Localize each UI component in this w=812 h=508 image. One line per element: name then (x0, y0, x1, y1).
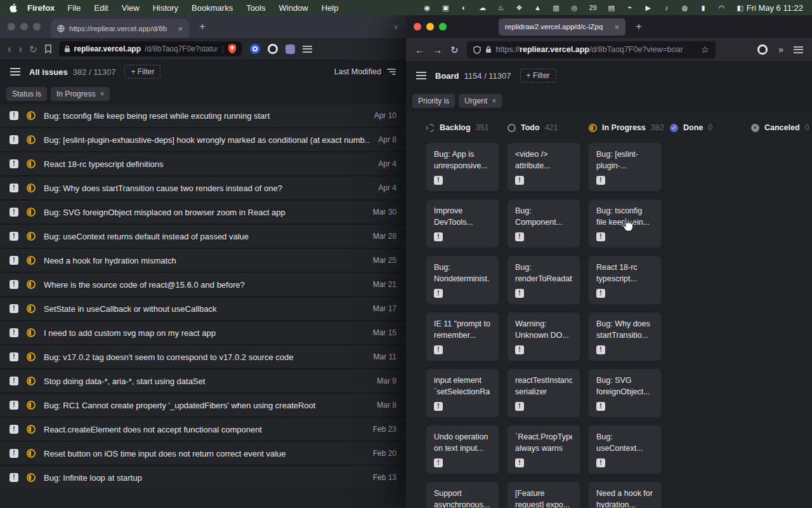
sort-control[interactable]: Last Modified (334, 67, 396, 76)
zoom-window-button[interactable] (33, 23, 41, 30)
remove-filter-icon[interactable]: × (100, 90, 104, 98)
tab-close-icon[interactable]: × (614, 22, 619, 32)
filter-field-chip[interactable]: Status is (6, 87, 47, 101)
back-button[interactable]: ‹ (8, 43, 11, 55)
menubar-menu-item[interactable]: History (153, 3, 178, 13)
issue-card[interactable]: Improve DevTools... ! (426, 199, 499, 248)
filter-value-chip[interactable]: In Progress × (51, 87, 110, 101)
github-extension-icon[interactable] (268, 44, 278, 54)
issue-row[interactable]: ! Reset button on iOS time input does no… (0, 442, 406, 465)
zoom-window-button[interactable] (439, 23, 447, 30)
issue-card[interactable]: Bug: [eslint-plugin-... ! (589, 143, 661, 191)
menubar-status-icon[interactable]: ▤ (608, 4, 615, 12)
menubar-status-icon[interactable]: ☁ (478, 4, 486, 12)
issue-row[interactable]: ! I need to add custom svg map on my rea… (0, 321, 406, 344)
add-filter-button[interactable]: + Filter (124, 65, 160, 79)
minimize-window-button[interactable] (20, 23, 28, 30)
apple-menu-icon[interactable] (9, 3, 17, 13)
issue-row[interactable]: ! Bug: SVG foreignObject misplaced on br… (0, 201, 406, 224)
new-tab-button[interactable]: + (199, 20, 206, 33)
menubar-status-icon[interactable]: ◠ (718, 4, 726, 12)
forward-button[interactable]: › (18, 43, 22, 55)
issue-row[interactable]: ! React 18-rc typescript definitions Apr… (0, 152, 406, 175)
tabs-list-chevron-icon[interactable]: ∨ (393, 23, 398, 31)
filter-field-chip[interactable]: Priority is (412, 94, 455, 108)
issue-row[interactable]: ! Bug: v17.0.2 tag doesn't seem to corre… (0, 345, 406, 368)
menubar-menu-item[interactable]: Tools (246, 3, 265, 13)
issue-card[interactable]: IE 11 "prompt to remember... ! (426, 312, 499, 361)
menubar-status-icon[interactable]: ◓ (626, 4, 634, 11)
new-tab-button[interactable]: + (636, 20, 642, 33)
github-account-icon[interactable] (757, 44, 768, 55)
issue-card[interactable]: `React.PropTypes always warns ab ! (508, 425, 580, 474)
app-menu-icon[interactable] (416, 72, 426, 79)
issue-row[interactable]: ! Where is the source code of react@15.6… (0, 273, 406, 296)
issue-row[interactable]: ! Bug: Why does startTransition cause tw… (0, 177, 406, 199)
menubar-status-icon[interactable]: ◎ (570, 4, 578, 12)
menubar-menu-item[interactable]: File (67, 3, 81, 13)
issue-card[interactable]: Support asynchronous... ! (426, 482, 499, 508)
browser-menu-icon[interactable] (303, 46, 312, 53)
issue-row[interactable]: ! Bug: Infinite loop at startup Feb 13 (0, 466, 406, 489)
menubar-status-icon[interactable]: ▲ (534, 4, 541, 11)
issue-row[interactable]: ! Bug: [eslint-plugin-exhaustive-deps] h… (0, 128, 406, 151)
brave-shield-icon[interactable] (228, 44, 237, 54)
browser-tab[interactable]: replidraw2.vercel.app/d/c-iZpq × (499, 18, 625, 36)
issue-card[interactable]: Warning: Unknown DO... ! (508, 312, 580, 361)
browser-tab[interactable]: https://repliear.vercel.app/d/8b × (51, 19, 189, 38)
issue-card[interactable]: React 18-rc typescript... ! (589, 256, 661, 304)
issue-row[interactable]: ! Bug: tsconfig file keep being reset wh… (0, 104, 406, 127)
reload-button[interactable]: ↻ (450, 45, 459, 55)
issue-row[interactable]: ! SetState in useCallback or without use… (0, 297, 406, 320)
close-window-button[interactable] (414, 23, 421, 30)
address-bar[interactable]: repliear.vercel.app /d/8bTaoq7F0e?status… (59, 41, 242, 57)
menubar-status-icon[interactable]: 29 (589, 4, 596, 11)
issue-card[interactable]: reactTestInstance serializer ! (508, 369, 580, 417)
issue-card[interactable]: Bug: renderToReadab ! (508, 256, 580, 304)
issue-row[interactable]: ! Bug: useContext returns default instea… (0, 225, 406, 248)
issue-card[interactable]: <video /> attribute... ! (508, 143, 580, 191)
issue-row[interactable]: ! React.createElement does not accept fu… (0, 418, 406, 441)
menubar-status-icon[interactable]: ◐ (460, 4, 468, 11)
menubar-status-icon[interactable]: ▥ (552, 4, 560, 12)
issue-card[interactable]: input element `setSelectionRa ! (426, 369, 499, 417)
menubar-menu-item[interactable]: Help (322, 3, 339, 13)
menubar-status-icon[interactable]: ◍ (681, 4, 689, 12)
bookmark-icon[interactable] (44, 44, 52, 53)
menubar-app-name[interactable]: Firefox (27, 3, 55, 13)
issue-card[interactable]: [Feature request] expo... ! (508, 482, 580, 508)
issue-row[interactable]: ! Need a hook for hydration mismatch Mar… (0, 249, 406, 272)
menubar-status-icon[interactable]: ◉ (423, 4, 431, 12)
address-bar[interactable]: https:// repliear.vercel.app /d/8bTaoq7F… (467, 41, 716, 58)
menubar-menu-item[interactable]: Window (279, 3, 308, 13)
issue-card[interactable]: Bug: SVG foreignObject... ! (589, 369, 661, 417)
menubar-status-icon[interactable]: ♪ (663, 4, 671, 11)
issue-card[interactable]: Bug: useContext... ! (589, 425, 661, 474)
menubar-menu-item[interactable]: Edit (94, 3, 108, 13)
menubar-status-icon[interactable]: ▮ (700, 4, 707, 12)
menubar-status-icon[interactable]: ▣ (442, 4, 449, 12)
minimize-window-button[interactable] (426, 23, 434, 30)
issue-card[interactable]: Bug: Why does startTransitio... ! (589, 312, 661, 361)
tab-close-icon[interactable]: × (178, 24, 183, 34)
bookmark-star-icon[interactable]: ☆ (701, 44, 709, 55)
app-menu-icon[interactable] (10, 68, 20, 76)
overflow-menu-icon[interactable]: » (778, 44, 783, 55)
issue-row[interactable]: ! Bug: RC1 Cannot create property '_upda… (0, 394, 406, 417)
forward-button[interactable]: → (433, 45, 442, 55)
reload-button[interactable]: ↻ (29, 44, 37, 54)
issue-card[interactable]: Undo operation on text input... ! (426, 425, 499, 474)
extensions-icon[interactable] (285, 44, 295, 54)
menubar-status-icon[interactable]: ❖ (515, 4, 523, 12)
issue-card[interactable]: Need a hook for hydration... ! (589, 482, 661, 508)
issue-row[interactable]: ! Stop doing data-*, aria-*, start using… (0, 370, 406, 392)
menubar-status-icon[interactable]: ◧ (737, 4, 744, 12)
back-button[interactable]: ← (415, 45, 424, 55)
menubar-status-icon[interactable]: ♨ (497, 4, 504, 12)
remove-filter-icon[interactable]: × (492, 97, 496, 105)
issue-card[interactable]: Bug: Nondeterminist. ! (426, 256, 499, 304)
issue-card[interactable]: Bug: Component... ! (508, 199, 580, 248)
close-window-button[interactable] (8, 23, 15, 30)
add-filter-button[interactable]: + Filter (520, 69, 556, 83)
issue-card[interactable]: Bug: App is unresponsive... ! (426, 143, 499, 191)
